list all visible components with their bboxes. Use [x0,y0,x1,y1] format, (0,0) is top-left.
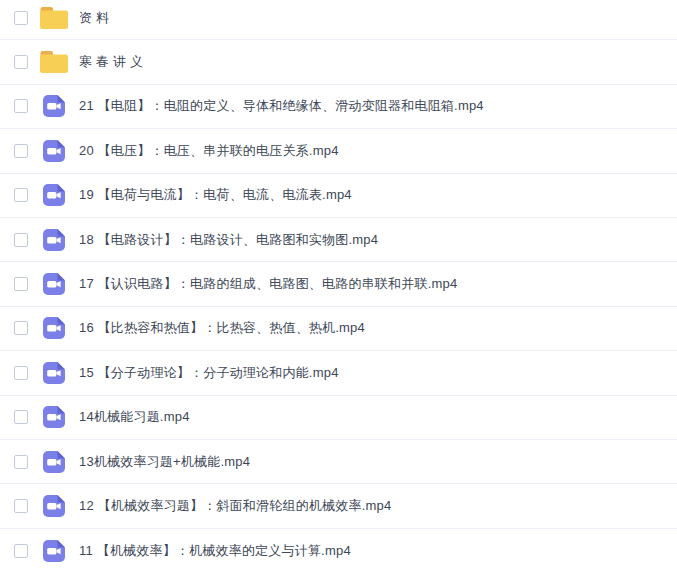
video-file-icon [43,495,65,517]
row-checkbox[interactable] [14,499,28,513]
video-file-icon [43,451,65,473]
file-name[interactable]: 17 【认识电路】：电路的组成、电路图、电路的串联和并联.mp4 [79,275,457,293]
row-checkbox[interactable] [14,233,28,247]
video-file-icon [43,406,65,428]
file-list: 资 料 寒 春 讲 义 [0,0,677,573]
row-checkbox[interactable] [14,544,28,558]
file-name[interactable]: 11 【机械效率】：机械效率的定义与计算.mp4 [79,542,351,560]
file-name[interactable]: 21 【电阻】：电阻的定义、导体和绝缘体、滑动变阻器和电阻箱.mp4 [79,97,484,115]
file-row[interactable]: 11 【机械效率】：机械效率的定义与计算.mp4 [0,529,677,573]
file-row[interactable]: 16 【比热容和热值】：比热容、热值、热机.mp4 [0,307,677,351]
video-file-icon [43,540,65,562]
video-file-icon [43,184,65,206]
file-row[interactable]: 15 【分子动理论】：分子动理论和内能.mp4 [0,351,677,395]
video-file-icon [43,317,65,339]
file-row[interactable]: 13机械效率习题+机械能.mp4 [0,440,677,484]
row-checkbox[interactable] [14,188,28,202]
row-checkbox[interactable] [14,99,28,113]
file-row[interactable]: 19 【电荷与电流】：电荷、电流、电流表.mp4 [0,174,677,218]
row-checkbox[interactable] [14,55,28,69]
file-row[interactable]: 14机械能习题.mp4 [0,396,677,440]
video-file-icon [43,362,65,384]
file-row[interactable]: 12 【机械效率习题】：斜面和滑轮组的机械效率.mp4 [0,484,677,528]
file-row[interactable]: 寒 春 讲 义 [0,40,677,84]
row-checkbox[interactable] [14,144,28,158]
file-name[interactable]: 19 【电荷与电流】：电荷、电流、电流表.mp4 [79,186,352,204]
row-checkbox[interactable] [14,11,28,25]
video-file-icon [43,95,65,117]
video-file-icon [43,229,65,251]
row-checkbox[interactable] [14,321,28,335]
file-row[interactable]: 21 【电阻】：电阻的定义、导体和绝缘体、滑动变阻器和电阻箱.mp4 [0,85,677,129]
video-file-icon [43,273,65,295]
file-row[interactable]: 17 【认识电路】：电路的组成、电路图、电路的串联和并联.mp4 [0,262,677,306]
folder-icon [40,51,68,73]
file-name[interactable]: 12 【机械效率习题】：斜面和滑轮组的机械效率.mp4 [79,497,391,515]
folder-icon [40,7,68,29]
row-checkbox[interactable] [14,277,28,291]
file-name[interactable]: 18 【电路设计】：电路设计、电路图和实物图.mp4 [79,231,378,249]
file-name[interactable]: 15 【分子动理论】：分子动理论和内能.mp4 [79,364,339,382]
file-name[interactable]: 13机械效率习题+机械能.mp4 [79,453,250,471]
file-name[interactable]: 20 【电压】：电压、串并联的电压关系.mp4 [79,142,339,160]
file-row[interactable]: 18 【电路设计】：电路设计、电路图和实物图.mp4 [0,218,677,262]
row-checkbox[interactable] [14,410,28,424]
file-row[interactable]: 20 【电压】：电压、串并联的电压关系.mp4 [0,129,677,173]
file-name[interactable]: 资 料 [79,9,109,27]
file-name[interactable]: 14机械能习题.mp4 [79,408,190,426]
file-name[interactable]: 16 【比热容和热值】：比热容、热值、热机.mp4 [79,319,365,337]
row-checkbox[interactable] [14,455,28,469]
video-file-icon [43,140,65,162]
file-row[interactable]: 资 料 [0,0,677,40]
row-checkbox[interactable] [14,366,28,380]
file-name[interactable]: 寒 春 讲 义 [79,53,143,71]
